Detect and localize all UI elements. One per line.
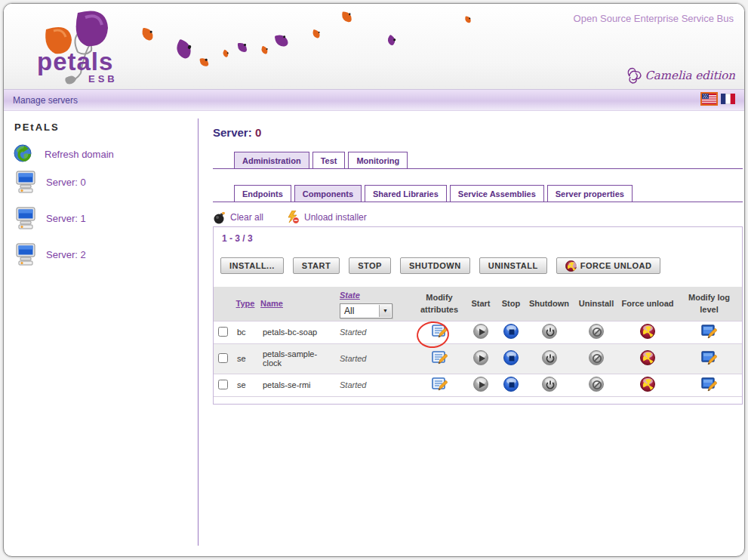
power-sphere-icon[interactable] [542, 377, 557, 392]
start-button[interactable]: START [293, 257, 340, 274]
form-pencil-icon[interactable] [432, 325, 448, 340]
uninstall-button[interactable]: UNINSTALL [479, 257, 547, 274]
monitor-pencil-icon[interactable] [701, 351, 717, 367]
tab-server-properties[interactable]: Server properties [547, 185, 633, 202]
component-type: se [232, 343, 258, 374]
radioactive-sphere-icon[interactable] [640, 377, 655, 392]
sidebar-item-server-0[interactable]: Server: 0 [16, 171, 86, 193]
stop-sphere-icon[interactable] [503, 324, 519, 339]
logo-wordmark: petals [37, 48, 113, 76]
install-button[interactable]: INSTALL... [220, 257, 284, 274]
tab-monitoring[interactable]: Monitoring [348, 152, 408, 168]
sidebar-item-server-1[interactable]: Server: 1 [16, 207, 86, 229]
petal-decoration [174, 39, 195, 60]
no-entry-sphere-icon[interactable] [589, 377, 604, 392]
force-unload-column-header: Force unload [619, 287, 676, 321]
table-row: se petals-sample-clock Started [214, 343, 742, 374]
component-state: Started [340, 328, 366, 337]
tab-administration[interactable]: Administration [234, 152, 309, 168]
unload-installer-label: Unload installer [304, 212, 367, 223]
sidebar-item-label: Server: 2 [46, 249, 86, 260]
type-column-header: Type [232, 287, 258, 321]
play-sphere-icon[interactable] [473, 350, 488, 365]
shutdown-button[interactable]: SHUTDOWN [400, 257, 470, 274]
sidebar-item-label: Server: 0 [46, 177, 86, 188]
clear-all-button[interactable]: Clear all [213, 211, 263, 224]
power-sphere-icon[interactable] [542, 324, 557, 339]
stop-button[interactable]: STOP [349, 257, 391, 274]
header-tagline: Open Source Enterprise Service Bus [574, 13, 734, 24]
stop-column-header: Stop [497, 287, 525, 321]
petal-decoration [260, 46, 269, 55]
computer-icon [16, 207, 35, 229]
uninstall-column-header: Uninstall [574, 287, 619, 321]
form-pencil-icon[interactable] [432, 377, 448, 393]
petal-decoration [312, 29, 321, 38]
play-sphere-icon[interactable] [473, 324, 488, 339]
sidebar-item-label: Server: 1 [46, 213, 86, 224]
table-header-row: Type Name State All ▼ Modify attributes … [214, 287, 742, 321]
petal-decoration [222, 50, 230, 58]
tab-shared-libraries[interactable]: Shared Libraries [365, 185, 447, 202]
table-row: se petals-se-rmi Started [214, 374, 742, 396]
bomb-icon [213, 211, 226, 224]
name-column-header: Name [258, 287, 335, 321]
row-checkbox[interactable] [218, 353, 228, 363]
shutdown-column-header: Shutdown [525, 287, 574, 321]
state-filter-select[interactable]: All ▼ [340, 303, 392, 318]
stop-sphere-icon[interactable] [503, 377, 519, 392]
computer-icon [16, 243, 35, 266]
sidebar-item-server-2[interactable]: Server: 2 [16, 243, 86, 266]
radioactive-sphere-icon [565, 260, 577, 272]
power-sphere-icon[interactable] [542, 350, 557, 365]
play-sphere-icon[interactable] [473, 377, 488, 392]
row-checkbox[interactable] [218, 327, 228, 337]
pagination-label: 1 - 3 / 3 [222, 233, 253, 244]
monitor-pencil-icon[interactable] [701, 377, 717, 393]
components-table: Type Name State All ▼ Modify attributes … [214, 287, 742, 397]
modify-attributes-column-header: Modify attributes [414, 287, 464, 321]
type-sort-link[interactable]: Type [236, 299, 255, 308]
us-flag-icon[interactable] [702, 94, 716, 104]
refresh-domain-label: Refresh domain [45, 149, 114, 160]
unload-installer-button[interactable]: Unload installer [286, 211, 367, 224]
component-name: petals-sample-clock [258, 343, 335, 374]
no-entry-sphere-icon[interactable] [589, 324, 604, 339]
component-state: Started [340, 354, 366, 363]
menu-bar: Manage servers [4, 89, 744, 111]
force-unload-button[interactable]: FORCE UNLOAD [556, 257, 661, 274]
no-entry-sphere-icon[interactable] [589, 350, 604, 365]
page-header: Open Source Enterprise Service Bus petal… [4, 4, 744, 89]
radioactive-sphere-icon[interactable] [640, 350, 655, 365]
name-sort-link[interactable]: Name [260, 299, 283, 308]
camelia-flower-icon [623, 66, 643, 85]
page-title: Server: 0 [213, 126, 261, 139]
chevron-down-icon: ▼ [379, 305, 391, 317]
fr-flag-icon[interactable] [721, 94, 735, 104]
state-column-header: State All ▼ [335, 287, 414, 321]
tab-service-assemblies[interactable]: Service Assemblies [450, 185, 544, 202]
tab-components[interactable]: Components [294, 185, 362, 202]
logo-esb-label: ESB [88, 73, 118, 85]
lightning-minus-icon [286, 211, 300, 224]
component-type: bc [232, 321, 258, 343]
petal-decoration [341, 11, 352, 22]
petal-decoration [238, 43, 247, 52]
form-pencil-icon[interactable] [432, 351, 448, 367]
primary-tabs: Administration Test Monitoring [213, 152, 743, 169]
state-sort-link[interactable]: State [340, 291, 360, 300]
refresh-domain-button[interactable]: Refresh domain [14, 144, 114, 165]
monitor-pencil-icon[interactable] [701, 325, 717, 340]
component-name: petals-bc-soap [258, 321, 335, 343]
row-checkbox[interactable] [218, 380, 228, 389]
manage-servers-link[interactable]: Manage servers [13, 95, 78, 106]
component-state: Started [340, 380, 366, 389]
tab-endpoints[interactable]: Endpoints [234, 185, 291, 202]
stop-sphere-icon[interactable] [503, 350, 519, 365]
sidebar-title: PEtALS [14, 122, 60, 133]
clear-all-label: Clear all [230, 212, 263, 223]
action-buttons: INSTALL... START STOP SHUTDOWN UNINSTALL… [220, 257, 660, 274]
tab-test[interactable]: Test [312, 152, 346, 168]
radioactive-sphere-icon[interactable] [640, 324, 655, 339]
app-window: Open Source Enterprise Service Bus petal… [3, 3, 745, 557]
